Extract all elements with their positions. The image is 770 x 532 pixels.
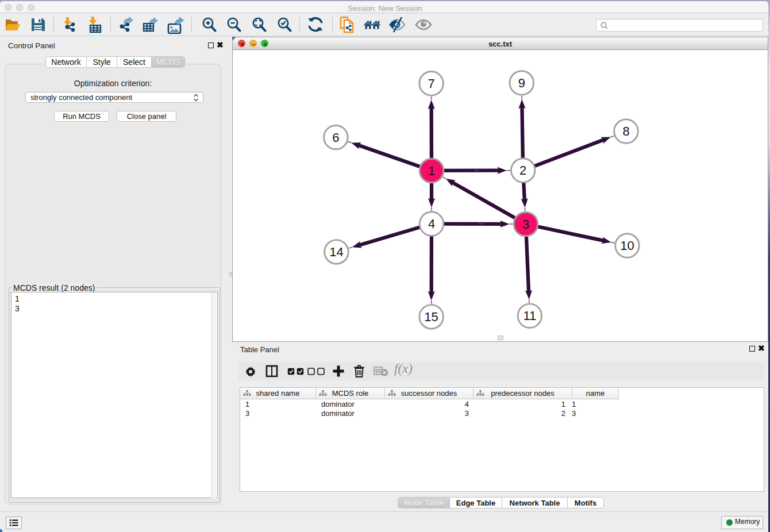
svg-text:1: 1	[428, 164, 435, 178]
svg-text:6: 6	[332, 130, 339, 145]
svg-text:15: 15	[424, 310, 438, 324]
svg-text:11: 11	[523, 309, 536, 323]
svg-text:9: 9	[518, 76, 525, 90]
svg-text:3: 3	[522, 217, 529, 232]
svg-text:8: 8	[622, 124, 629, 138]
svg-text:14: 14	[329, 245, 343, 259]
svg-text:2: 2	[519, 163, 526, 178]
svg-text:4: 4	[428, 217, 435, 231]
svg-text:10: 10	[620, 238, 634, 253]
svg-text:7: 7	[428, 76, 434, 91]
